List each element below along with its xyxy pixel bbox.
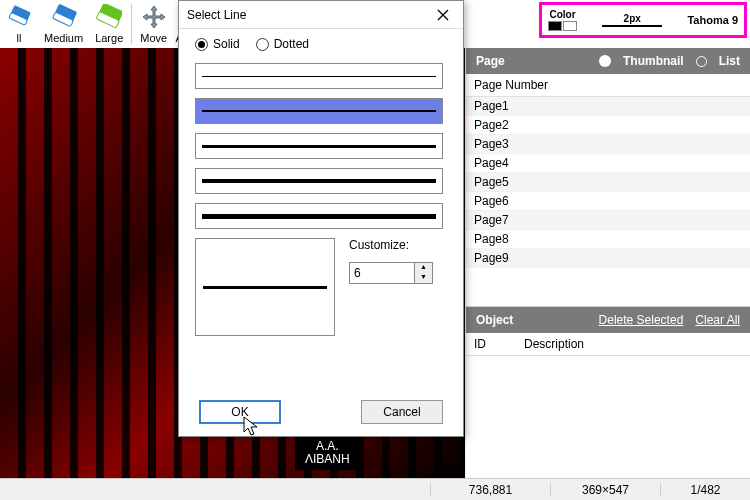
- tool-label: Move: [140, 32, 167, 44]
- color-picker[interactable]: Color: [548, 9, 577, 31]
- page-list-item[interactable]: Page9: [466, 249, 750, 268]
- radio-icon: [195, 38, 208, 51]
- object-panel-title: Object: [476, 313, 513, 327]
- status-bar: 736,881 369×547 1/482: [0, 478, 750, 500]
- width-label: 2px: [624, 13, 641, 24]
- page-list-header: Page Number: [466, 74, 750, 97]
- page-list-item[interactable]: Page2: [466, 116, 750, 135]
- spinner-down-icon[interactable]: ▼: [415, 273, 432, 283]
- object-table-header: ID Description: [466, 333, 750, 356]
- status-dimensions: 369×547: [550, 483, 660, 497]
- tool-large-eraser[interactable]: Large: [89, 2, 129, 46]
- clear-all-link[interactable]: Clear All: [695, 313, 740, 327]
- line-width-picker[interactable]: 2px: [585, 13, 679, 27]
- select-line-dialog: Select Line Solid Dotted Customize:: [178, 0, 464, 437]
- line-weight-option[interactable]: [195, 168, 443, 194]
- page-list-item[interactable]: Page4: [466, 154, 750, 173]
- object-table-body[interactable]: [466, 356, 750, 478]
- line-weight-option[interactable]: [195, 98, 443, 124]
- dialog-titlebar[interactable]: Select Line: [179, 1, 463, 29]
- page-list-item[interactable]: Page7: [466, 211, 750, 230]
- tool-label: ll: [17, 32, 22, 44]
- object-panel-header: Object Delete Selected Clear All: [466, 307, 750, 333]
- dialog-title: Select Line: [187, 8, 431, 22]
- publisher-logo: A.A. ΛΙΒΑΝΗ: [295, 436, 360, 470]
- radio-icon: [256, 38, 269, 51]
- customize-label: Customize:: [349, 238, 433, 252]
- status-total: 736,881: [430, 483, 550, 497]
- view-thumbnail-radio[interactable]: [599, 55, 611, 67]
- page-number-column-header: Page Number: [474, 78, 548, 92]
- line-preview-box: [195, 238, 335, 336]
- tool-label: Medium: [44, 32, 83, 44]
- right-panels: Page Thumbnail List Page Number Page1Pag…: [466, 48, 750, 478]
- page-list-item[interactable]: Page3: [466, 135, 750, 154]
- tool-small-eraser[interactable]: ll: [0, 2, 38, 46]
- page-panel-title: Page: [476, 54, 505, 68]
- view-thumbnail-label[interactable]: Thumbnail: [623, 54, 684, 68]
- view-list-radio[interactable]: [696, 56, 707, 67]
- style-toolbar-highlight: Color 2px Tahoma 9: [539, 2, 747, 38]
- ok-button[interactable]: OK: [199, 400, 281, 424]
- color-label: Color: [549, 9, 575, 20]
- line-weight-option[interactable]: [195, 63, 443, 89]
- page-list-item[interactable]: Page6: [466, 192, 750, 211]
- page-list-item[interactable]: Page5: [466, 173, 750, 192]
- radio-solid-label: Solid: [213, 37, 240, 51]
- tool-medium-eraser[interactable]: Medium: [38, 2, 89, 46]
- tool-label: Large: [95, 32, 123, 44]
- line-style-radios: Solid Dotted: [195, 37, 447, 51]
- line-weight-option[interactable]: [195, 203, 443, 229]
- close-icon[interactable]: [431, 5, 455, 25]
- separator: [131, 4, 132, 44]
- page-panel-header: Page Thumbnail List: [466, 48, 750, 74]
- cancel-button[interactable]: Cancel: [361, 400, 443, 424]
- page-list[interactable]: Page1Page2Page3Page4Page5Page6Page7Page8…: [466, 97, 750, 307]
- view-list-label[interactable]: List: [719, 54, 740, 68]
- col-id: ID: [474, 337, 524, 351]
- line-weight-option[interactable]: [195, 133, 443, 159]
- swatch-white[interactable]: [563, 21, 577, 31]
- col-description: Description: [524, 337, 584, 351]
- page-list-item[interactable]: Page8: [466, 230, 750, 249]
- font-label: Tahoma 9: [687, 14, 738, 26]
- customize-input[interactable]: [350, 263, 414, 283]
- customize-spinner[interactable]: ▲ ▼: [349, 262, 433, 284]
- swatch-black[interactable]: [548, 21, 562, 31]
- spinner-up-icon[interactable]: ▲: [415, 263, 432, 273]
- tool-move[interactable]: Move: [134, 2, 173, 46]
- status-page: 1/482: [660, 483, 750, 497]
- radio-solid[interactable]: Solid: [195, 37, 240, 51]
- radio-dotted[interactable]: Dotted: [256, 37, 309, 51]
- delete-selected-link[interactable]: Delete Selected: [599, 313, 684, 327]
- radio-dotted-label: Dotted: [274, 37, 309, 51]
- page-list-item[interactable]: Page1: [466, 97, 750, 116]
